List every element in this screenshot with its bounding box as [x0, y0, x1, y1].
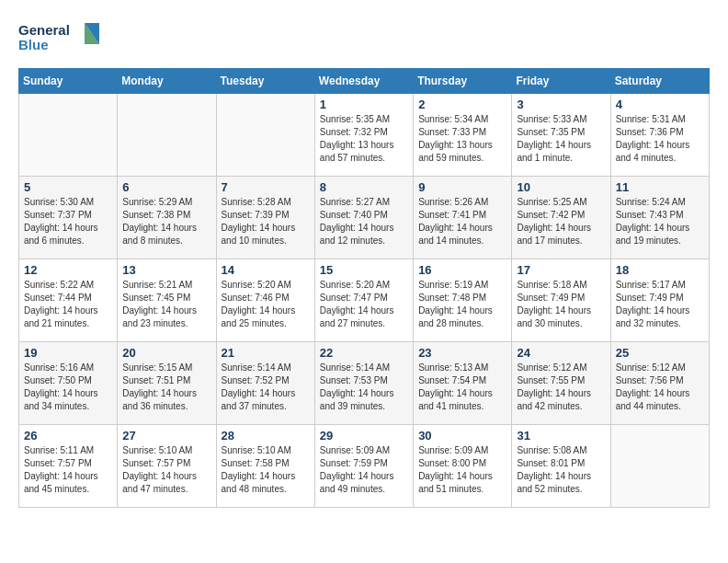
sunrise-text: Sunrise: 5:16 AM: [24, 362, 94, 373]
cell-info: Sunrise: 5:28 AM Sunset: 7:39 PM Dayligh…: [222, 196, 310, 247]
calendar-day-cell: 29 Sunrise: 5:09 AM Sunset: 7:59 PM Dayl…: [314, 425, 413, 508]
daylight-text: Daylight: 14 hours and 42 minutes.: [517, 388, 591, 411]
day-number: 19: [24, 346, 112, 360]
sunrise-text: Sunrise: 5:08 AM: [517, 445, 586, 455]
day-number: 20: [122, 346, 210, 360]
cell-info: Sunrise: 5:20 AM Sunset: 7:46 PM Dayligh…: [222, 279, 310, 330]
daylight-text: Daylight: 14 hours and 47 minutes.: [122, 471, 197, 494]
weekday-header-cell: Tuesday: [216, 69, 314, 94]
day-number: 23: [418, 346, 506, 360]
daylight-text: Daylight: 14 hours and 32 minutes.: [616, 305, 690, 328]
day-number: 29: [320, 429, 408, 442]
day-number: 28: [222, 429, 310, 442]
sunset-text: Sunset: 7:45 PM: [122, 293, 190, 303]
sunset-text: Sunset: 7:53 PM: [320, 375, 388, 385]
day-number: 1: [320, 98, 408, 111]
calendar-day-cell: 7 Sunrise: 5:28 AM Sunset: 7:39 PM Dayli…: [216, 177, 314, 259]
cell-info: Sunrise: 5:18 AM Sunset: 7:49 PM Dayligh…: [517, 279, 605, 330]
day-number: 12: [24, 263, 112, 277]
sunset-text: Sunset: 7:38 PM: [122, 210, 190, 220]
daylight-text: Daylight: 14 hours and 52 minutes.: [517, 471, 591, 494]
daylight-text: Daylight: 14 hours and 14 minutes.: [418, 223, 493, 246]
day-number: 26: [24, 429, 112, 442]
cell-info: Sunrise: 5:09 AM Sunset: 8:00 PM Dayligh…: [418, 444, 506, 496]
sunrise-text: Sunrise: 5:28 AM: [222, 197, 291, 207]
daylight-text: Daylight: 14 hours and 10 minutes.: [222, 223, 296, 246]
weekday-header-cell: Wednesday: [314, 69, 413, 94]
calendar-day-cell: 1 Sunrise: 5:35 AM Sunset: 7:32 PM Dayli…: [314, 94, 413, 177]
weekday-header-cell: Saturday: [610, 69, 709, 94]
calendar-day-cell: 13 Sunrise: 5:21 AM Sunset: 7:45 PM Dayl…: [118, 259, 216, 342]
sunrise-text: Sunrise: 5:31 AM: [616, 114, 686, 124]
daylight-text: Daylight: 13 hours and 59 minutes.: [418, 140, 493, 163]
sunrise-text: Sunrise: 5:09 AM: [418, 445, 488, 455]
cell-info: Sunrise: 5:27 AM Sunset: 7:40 PM Dayligh…: [320, 196, 408, 247]
cell-info: Sunrise: 5:09 AM Sunset: 7:59 PM Dayligh…: [320, 444, 408, 496]
daylight-text: Daylight: 14 hours and 41 minutes.: [418, 388, 493, 411]
sunrise-text: Sunrise: 5:24 AM: [616, 197, 686, 207]
sunrise-text: Sunrise: 5:33 AM: [517, 114, 586, 124]
sunrise-text: Sunrise: 5:29 AM: [122, 197, 192, 207]
daylight-text: Daylight: 14 hours and 25 minutes.: [222, 305, 296, 328]
day-number: 16: [418, 263, 506, 277]
day-number: 11: [616, 180, 704, 194]
daylight-text: Daylight: 14 hours and 8 minutes.: [122, 223, 197, 246]
cell-info: Sunrise: 5:25 AM Sunset: 7:42 PM Dayligh…: [517, 196, 605, 247]
calendar-day-cell: 22 Sunrise: 5:14 AM Sunset: 7:53 PM Dayl…: [314, 342, 413, 425]
weekday-header-cell: Monday: [118, 69, 216, 94]
sunset-text: Sunset: 7:56 PM: [616, 375, 684, 385]
daylight-text: Daylight: 14 hours and 36 minutes.: [122, 388, 197, 411]
sunset-text: Sunset: 7:43 PM: [616, 210, 684, 220]
sunset-text: Sunset: 7:52 PM: [222, 375, 290, 385]
sunrise-text: Sunrise: 5:25 AM: [517, 197, 586, 207]
sunset-text: Sunset: 7:51 PM: [122, 375, 190, 385]
day-number: 15: [320, 263, 408, 277]
sunset-text: Sunset: 7:35 PM: [517, 127, 585, 137]
calendar-day-cell: 11 Sunrise: 5:24 AM Sunset: 7:43 PM Dayl…: [610, 177, 709, 259]
calendar-day-cell: 6 Sunrise: 5:29 AM Sunset: 7:38 PM Dayli…: [118, 177, 216, 259]
calendar-day-cell: [216, 94, 314, 177]
calendar-day-cell: 15 Sunrise: 5:20 AM Sunset: 7:47 PM Dayl…: [314, 259, 413, 342]
sunset-text: Sunset: 7:41 PM: [418, 210, 486, 220]
sunrise-text: Sunrise: 5:11 AM: [24, 445, 94, 455]
cell-info: Sunrise: 5:33 AM Sunset: 7:35 PM Dayligh…: [517, 113, 605, 165]
calendar-day-cell: 12 Sunrise: 5:22 AM Sunset: 7:44 PM Dayl…: [19, 259, 118, 342]
daylight-text: Daylight: 14 hours and 44 minutes.: [616, 388, 690, 411]
day-number: 8: [320, 180, 408, 194]
day-number: 2: [418, 98, 506, 111]
sunset-text: Sunset: 7:54 PM: [418, 375, 486, 385]
day-number: 18: [616, 263, 704, 277]
cell-info: Sunrise: 5:08 AM Sunset: 8:01 PM Dayligh…: [517, 444, 605, 496]
calendar-day-cell: 19 Sunrise: 5:16 AM Sunset: 7:50 PM Dayl…: [19, 342, 118, 425]
sunrise-text: Sunrise: 5:22 AM: [24, 280, 94, 290]
sunset-text: Sunset: 8:00 PM: [418, 458, 486, 468]
weekday-header-cell: Friday: [512, 69, 610, 94]
calendar-day-cell: 8 Sunrise: 5:27 AM Sunset: 7:40 PM Dayli…: [314, 177, 413, 259]
sunrise-text: Sunrise: 5:18 AM: [517, 280, 586, 290]
sunrise-text: Sunrise: 5:09 AM: [320, 445, 390, 455]
sunset-text: Sunset: 7:47 PM: [320, 293, 388, 303]
day-number: 3: [517, 98, 605, 111]
cell-info: Sunrise: 5:12 AM Sunset: 7:55 PM Dayligh…: [517, 362, 605, 413]
cell-info: Sunrise: 5:30 AM Sunset: 7:37 PM Dayligh…: [24, 196, 112, 247]
daylight-text: Daylight: 14 hours and 37 minutes.: [222, 388, 296, 411]
day-number: 7: [222, 180, 310, 194]
day-number: 4: [616, 98, 704, 111]
daylight-text: Daylight: 14 hours and 23 minutes.: [122, 305, 197, 328]
calendar-day-cell: 31 Sunrise: 5:08 AM Sunset: 8:01 PM Dayl…: [512, 425, 610, 508]
sunrise-text: Sunrise: 5:20 AM: [222, 280, 291, 290]
calendar-day-cell: 26 Sunrise: 5:11 AM Sunset: 7:57 PM Dayl…: [19, 425, 118, 508]
calendar-day-cell: 18 Sunrise: 5:17 AM Sunset: 7:49 PM Dayl…: [610, 259, 709, 342]
day-number: 21: [222, 346, 310, 360]
calendar-week-row: 26 Sunrise: 5:11 AM Sunset: 7:57 PM Dayl…: [19, 425, 710, 508]
daylight-text: Daylight: 14 hours and 39 minutes.: [320, 388, 394, 411]
sunset-text: Sunset: 7:40 PM: [320, 210, 388, 220]
sunset-text: Sunset: 7:46 PM: [222, 293, 290, 303]
weekday-header-cell: Sunday: [19, 69, 118, 94]
daylight-text: Daylight: 13 hours and 57 minutes.: [320, 140, 394, 163]
sunset-text: Sunset: 7:37 PM: [24, 210, 92, 220]
cell-info: Sunrise: 5:29 AM Sunset: 7:38 PM Dayligh…: [122, 196, 210, 247]
sunrise-text: Sunrise: 5:20 AM: [320, 280, 390, 290]
day-number: 6: [122, 180, 210, 194]
svg-text:Blue: Blue: [18, 37, 49, 52]
